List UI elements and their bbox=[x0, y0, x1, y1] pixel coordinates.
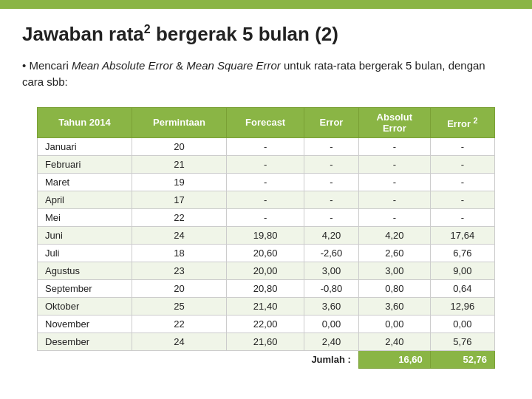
cell-absolut: 3,60 bbox=[358, 297, 430, 315]
cell-error: - bbox=[304, 155, 359, 173]
cell-error2: - bbox=[430, 191, 494, 208]
title-main: Jawaban rata bbox=[22, 23, 144, 45]
table-row: September 20 20,80 -0,80 0,80 0,64 bbox=[38, 279, 495, 297]
cell-error: 4,20 bbox=[304, 226, 359, 244]
data-table: Tahun 2014 Permintaan Forecast Error Abs… bbox=[37, 107, 495, 369]
col-header-forecast: Forecast bbox=[227, 107, 304, 137]
table-row: Juni 24 19,80 4,20 4,20 17,64 bbox=[38, 226, 495, 244]
cell-error: 0,00 bbox=[304, 315, 359, 332]
cell-absolut: 0,00 bbox=[358, 315, 430, 332]
cell-forecast: 21,60 bbox=[227, 332, 304, 350]
cell-forecast: - bbox=[227, 191, 304, 208]
cell-month: Maret bbox=[38, 173, 132, 191]
cell-error: -0,80 bbox=[304, 279, 359, 297]
absolut-total: 16,60 bbox=[358, 350, 430, 368]
page-title: Jawaban rata2 bergerak 5 bulan (2) bbox=[22, 22, 510, 46]
top-bar bbox=[0, 0, 532, 9]
table-row: Maret 19 - - - - bbox=[38, 173, 495, 191]
table-row: Juli 18 20,60 -2,60 2,60 6,76 bbox=[38, 244, 495, 262]
subtitle-text: • Mencari Mean Absolute Error & Mean Squ… bbox=[22, 58, 510, 91]
table-row: Desember 24 21,60 2,40 2,40 5,76 bbox=[38, 332, 495, 350]
cell-month: Februari bbox=[38, 155, 132, 173]
cell-absolut: 2,60 bbox=[358, 244, 430, 262]
cell-error2: - bbox=[430, 173, 494, 191]
cell-month: Juli bbox=[38, 244, 132, 262]
main-content: Jawaban rata2 bergerak 5 bulan (2) • Men… bbox=[0, 9, 532, 383]
cell-month: Juni bbox=[38, 226, 132, 244]
cell-error2: - bbox=[430, 208, 494, 226]
cell-forecast: - bbox=[227, 155, 304, 173]
title-sup: 2 bbox=[144, 23, 151, 35]
cell-forecast: 20,60 bbox=[227, 244, 304, 262]
cell-error2: - bbox=[430, 137, 494, 155]
col-header-permintaan: Permintaan bbox=[132, 107, 226, 137]
col-header-absolut: AbsolutError bbox=[358, 107, 430, 137]
cell-permintaan: 24 bbox=[132, 226, 226, 244]
cell-error: -2,60 bbox=[304, 244, 359, 262]
cell-permintaan: 23 bbox=[132, 262, 226, 279]
cell-error2: - bbox=[430, 155, 494, 173]
table-row: April 17 - - - - bbox=[38, 191, 495, 208]
cell-month: Desember bbox=[38, 332, 132, 350]
cell-month: Januari bbox=[38, 137, 132, 155]
cell-absolut: - bbox=[358, 137, 430, 155]
cell-month: Mei bbox=[38, 208, 132, 226]
cell-forecast: - bbox=[227, 208, 304, 226]
table-row: Oktober 25 21,40 3,60 3,60 12,96 bbox=[38, 297, 495, 315]
cell-permintaan: 20 bbox=[132, 137, 226, 155]
cell-error2: 12,96 bbox=[430, 297, 494, 315]
jumlah-label: Jumlah : bbox=[38, 350, 359, 368]
table-row: Mei 22 - - - - bbox=[38, 208, 495, 226]
cell-absolut: 2,40 bbox=[358, 332, 430, 350]
cell-permintaan: 18 bbox=[132, 244, 226, 262]
table-row: Agustus 23 20,00 3,00 3,00 9,00 bbox=[38, 262, 495, 279]
cell-absolut: 0,80 bbox=[358, 279, 430, 297]
cell-forecast: 20,80 bbox=[227, 279, 304, 297]
cell-absolut: - bbox=[358, 155, 430, 173]
cell-error2: 17,64 bbox=[430, 226, 494, 244]
cell-month: Oktober bbox=[38, 297, 132, 315]
cell-forecast: - bbox=[227, 137, 304, 155]
cell-absolut: - bbox=[358, 208, 430, 226]
cell-forecast: 21,40 bbox=[227, 297, 304, 315]
cell-absolut: - bbox=[358, 191, 430, 208]
col-header-error2: Error 2 bbox=[430, 107, 494, 137]
table-header-row: Tahun 2014 Permintaan Forecast Error Abs… bbox=[38, 107, 495, 137]
cell-permintaan: 25 bbox=[132, 297, 226, 315]
cell-month: April bbox=[38, 191, 132, 208]
cell-permintaan: 20 bbox=[132, 279, 226, 297]
cell-error2: 6,76 bbox=[430, 244, 494, 262]
cell-forecast: 19,80 bbox=[227, 226, 304, 244]
cell-absolut: - bbox=[358, 173, 430, 191]
cell-forecast: - bbox=[227, 173, 304, 191]
cell-error: - bbox=[304, 173, 359, 191]
col-header-tahun: Tahun 2014 bbox=[38, 107, 132, 137]
table-row: Februari 21 - - - - bbox=[38, 155, 495, 173]
cell-forecast: 22,00 bbox=[227, 315, 304, 332]
cell-error: - bbox=[304, 191, 359, 208]
cell-error2: 0,64 bbox=[430, 279, 494, 297]
cell-error2: 0,00 bbox=[430, 315, 494, 332]
table-row: Januari 20 - - - - bbox=[38, 137, 495, 155]
cell-error2: 9,00 bbox=[430, 262, 494, 279]
cell-absolut: 4,20 bbox=[358, 226, 430, 244]
cell-month: November bbox=[38, 315, 132, 332]
cell-error: 2,40 bbox=[304, 332, 359, 350]
cell-error: 3,00 bbox=[304, 262, 359, 279]
cell-error: - bbox=[304, 208, 359, 226]
cell-error2: 5,76 bbox=[430, 332, 494, 350]
cell-month: September bbox=[38, 279, 132, 297]
table-footer-row: Jumlah : 16,60 52,76 bbox=[38, 350, 495, 368]
cell-permintaan: 22 bbox=[132, 208, 226, 226]
cell-absolut: 3,00 bbox=[358, 262, 430, 279]
table-row: November 22 22,00 0,00 0,00 0,00 bbox=[38, 315, 495, 332]
cell-error: - bbox=[304, 137, 359, 155]
cell-permintaan: 24 bbox=[132, 332, 226, 350]
cell-permintaan: 17 bbox=[132, 191, 226, 208]
cell-permintaan: 19 bbox=[132, 173, 226, 191]
cell-month: Agustus bbox=[38, 262, 132, 279]
title-rest: bergerak 5 bulan (2) bbox=[151, 23, 338, 45]
cell-permintaan: 21 bbox=[132, 155, 226, 173]
error2-total: 52,76 bbox=[430, 350, 494, 368]
cell-forecast: 20,00 bbox=[227, 262, 304, 279]
